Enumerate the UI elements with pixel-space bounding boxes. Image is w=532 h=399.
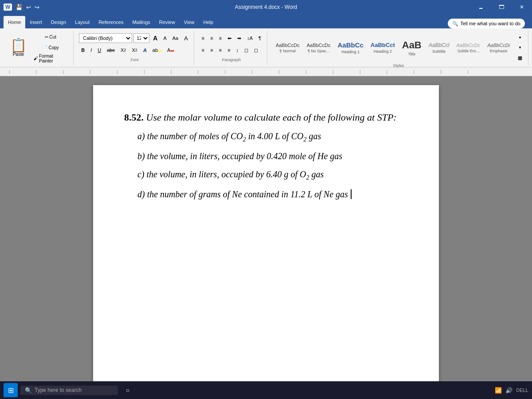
quick-access-redo[interactable]: ↪ <box>35 4 39 11</box>
item-a-letter: a) <box>137 131 145 141</box>
numbering-button[interactable]: ≡ <box>208 33 215 43</box>
strikethrough-button[interactable]: abc <box>105 45 117 55</box>
format-painter-button[interactable]: 🖌Format Painter <box>31 54 70 63</box>
taskbar-wifi-icon[interactable]: 📶 <box>495 387 502 394</box>
cut-button[interactable]: ✂Cut <box>31 32 70 42</box>
tab-layout[interactable]: Layout <box>70 16 94 28</box>
shading-button[interactable]: ◻ <box>242 45 250 55</box>
align-right-button[interactable]: ≡ <box>217 45 224 55</box>
copy-icon: 📄 <box>42 45 47 50</box>
tab-insert[interactable]: Insert <box>25 16 47 28</box>
styles-down-button[interactable]: ▼ <box>516 43 524 53</box>
underline-button[interactable]: U <box>95 45 103 55</box>
clipboard-group: 📋 Paste ✂Cut 📄Copy 🖌Format Painter <box>4 31 74 65</box>
taskbar-volume-icon[interactable]: 🔊 <box>505 387 512 394</box>
problem-number: 8.52. <box>124 112 144 123</box>
tab-mailings[interactable]: Mailings <box>128 16 154 28</box>
align-left-button[interactable]: ≡ <box>200 45 207 55</box>
problem-intro[interactable]: Use the molar volume to calculate each o… <box>146 112 397 123</box>
paste-button[interactable]: 📋 Paste <box>7 37 30 58</box>
style-normal[interactable]: AaBbCcDc ¶ Normal <box>273 35 303 61</box>
quick-access-save[interactable]: 💾 <box>16 4 23 11</box>
style-h2-label: Heading 2 <box>374 49 392 54</box>
problem-item-a[interactable]: a) the number of moles of CO2 in 4.00 L … <box>137 131 408 143</box>
item-c-text2: gas <box>311 169 324 179</box>
styles-group: AaBbCcDc ¶ Normal AaBbCcDc ¶ No Spac... … <box>269 31 528 65</box>
taskbar-time: DELL <box>516 387 528 393</box>
style-heading1[interactable]: AaBbCc Heading 1 <box>334 35 366 61</box>
font-bottom-row: B I U abc X2 X2 A ab▬ A▬ <box>79 45 190 55</box>
font-color-button[interactable]: A▬ <box>165 45 176 55</box>
styles-up-button[interactable]: ▲ <box>516 32 524 42</box>
style-subtitle[interactable]: AaBbCcl Subtitle <box>426 35 453 61</box>
tab-view[interactable]: View <box>180 16 199 28</box>
problem-item-d[interactable]: d) the number of grams of Ne contained i… <box>137 189 408 200</box>
start-button[interactable]: ⊞ <box>4 383 18 397</box>
cursor <box>348 189 352 199</box>
paste-label: Paste <box>13 52 24 57</box>
tab-references[interactable]: References <box>94 16 128 28</box>
justify-button[interactable]: ≡ <box>225 45 232 55</box>
change-case-button[interactable]: Aa <box>170 33 180 43</box>
clear-formatting-button[interactable]: A <box>182 33 190 43</box>
style-heading2[interactable]: AaBbCct Heading 2 <box>368 35 398 61</box>
font-group: Calibri (Body) Arial Times New Roman 12 … <box>75 31 194 65</box>
multilevel-button[interactable]: ≡ <box>217 33 224 43</box>
cortana-icon: ○ <box>126 387 129 394</box>
style-h2-preview: AaBbCct <box>371 42 395 48</box>
tell-me-input[interactable]: 🔍 Tell me what you want to do <box>448 19 525 28</box>
borders-button[interactable]: ◻ <box>252 45 260 55</box>
increase-indent-button[interactable]: ➡ <box>235 33 243 43</box>
font-size-select[interactable]: 12 10 11 14 16 <box>133 33 149 43</box>
document-area: 8.52. Use the molar volume to calculate … <box>0 76 532 395</box>
item-c-sub: 2 <box>306 174 309 181</box>
item-a-text2: in 4.00 L of CO <box>248 131 304 141</box>
ribbon-tab-bar: Home Insert Design Layout References Mai… <box>0 14 532 28</box>
taskbar-search[interactable]: 🔍 Type here to search <box>20 386 118 395</box>
tab-review[interactable]: Review <box>155 16 180 28</box>
problem-heading: 8.52. Use the molar volume to calculate … <box>124 112 408 123</box>
item-a-text1: the number of moles of CO <box>147 131 243 141</box>
title-bar-left: W 💾 ↩ ↪ <box>4 4 39 11</box>
align-center-button[interactable]: ≡ <box>208 45 215 55</box>
subscript-button[interactable]: X2 <box>118 45 128 55</box>
item-b-letter: b) <box>137 151 145 161</box>
copy-button[interactable]: 📄Copy <box>31 43 70 53</box>
highlight-button[interactable]: ab▬ <box>150 45 164 55</box>
close-button[interactable]: ✕ <box>512 0 532 14</box>
taskbar-search-label: Type here to search <box>35 387 82 393</box>
bullets-button[interactable]: ≡ <box>200 33 207 43</box>
style-title[interactable]: AaB Title <box>399 35 425 61</box>
tab-design[interactable]: Design <box>47 16 70 28</box>
taskbar-cortana[interactable]: ○ <box>121 383 135 397</box>
problem-item-b[interactable]: b) the volume, in liters, occupied by 0.… <box>137 151 408 161</box>
text-effects-button[interactable]: A <box>141 45 149 55</box>
maximize-button[interactable]: 🗖 <box>491 0 512 14</box>
style-subtle-em[interactable]: AaBbCcDc Subtle Em... <box>453 35 483 61</box>
style-subtitle-preview: AaBbCcl <box>429 42 450 48</box>
sort-button[interactable]: ↕A <box>245 33 255 43</box>
style-no-spacing[interactable]: AaBbCcDc ¶ No Spac... <box>304 35 334 61</box>
tab-help[interactable]: Help <box>199 16 218 28</box>
font-family-select[interactable]: Calibri (Body) Arial Times New Roman <box>79 33 132 43</box>
decrease-indent-button[interactable]: ⬅ <box>225 33 234 43</box>
italic-button[interactable]: I <box>88 45 94 55</box>
problem-item-c[interactable]: c) the volume, in liters, occupied by 6.… <box>137 169 408 181</box>
windows-taskbar: ⊞ 🔍 Type here to search ○ 📶 🔊 DELL <box>0 381 532 399</box>
style-nospace-preview: AaBbCcDc <box>307 43 331 48</box>
grow-font-button[interactable]: A <box>151 33 160 43</box>
minimize-button[interactable]: 🗕 <box>471 0 491 14</box>
style-emphasis-label: Emphasis <box>490 49 508 53</box>
item-d-text: the number of grams of Ne contained in 1… <box>147 189 348 199</box>
window-title: Assignment 4.docx - Word <box>235 4 297 10</box>
style-emphasis[interactable]: AaBbCcDi Emphasis <box>484 35 513 61</box>
tab-home[interactable]: Home <box>4 16 25 28</box>
superscript-button[interactable]: X2 <box>129 45 139 55</box>
quick-access-undo[interactable]: ↩ <box>26 4 31 11</box>
shrink-font-button[interactable]: A <box>161 33 168 43</box>
show-marks-button[interactable]: ¶ <box>256 33 263 43</box>
title-bar: W 💾 ↩ ↪ Assignment 4.docx - Word 🗕 🗖 ✕ <box>0 0 532 14</box>
bold-button[interactable]: B <box>79 45 87 55</box>
styles-more-button[interactable]: ⬛ <box>516 54 524 63</box>
line-spacing-button[interactable]: ↕ <box>234 45 241 55</box>
